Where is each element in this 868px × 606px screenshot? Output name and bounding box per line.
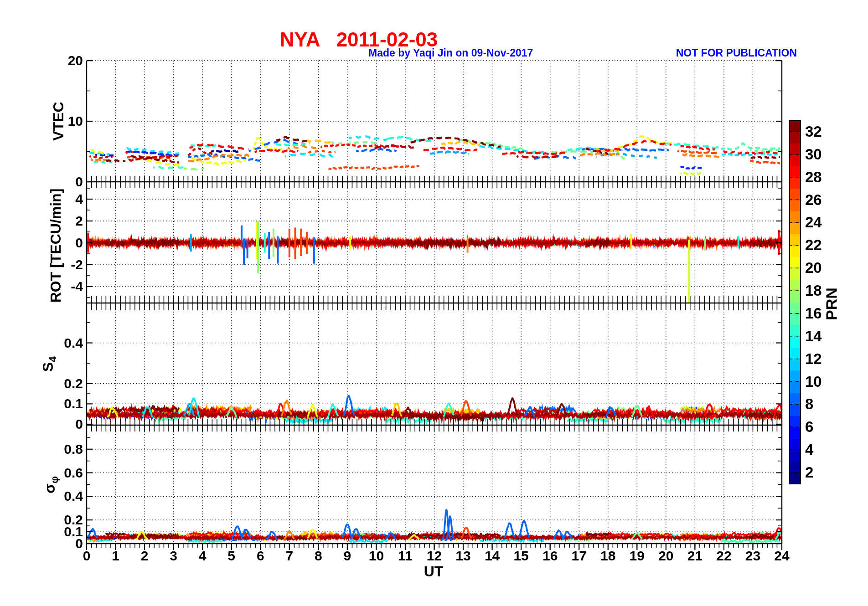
x-tick-label: 10 <box>369 548 384 564</box>
annotation-row: Made by Yaqi Jin on 09-Nov-2017 NOT FOR … <box>368 47 797 59</box>
x-tick-label: 16 <box>542 548 558 564</box>
rot-ytick-label: 0 <box>32 235 83 251</box>
x-tick-label: 12 <box>427 548 442 564</box>
made-by-text: Made by Yaqi Jin on 09-Nov-2017 <box>368 47 533 59</box>
sigma-ytick-label: 0 <box>32 536 83 551</box>
x-tick-label: 24 <box>774 548 789 564</box>
colorbar-tick-label: 8 <box>805 395 813 413</box>
colorbar-tick-label: 12 <box>805 350 822 368</box>
rot-ytick-label: 2 <box>32 213 83 229</box>
colorbar-tick-label: 20 <box>805 259 822 277</box>
s4-ytick-label: 0.1 <box>32 396 83 411</box>
s4-ytick-label: 0.4 <box>32 335 83 351</box>
x-tick-label: 4 <box>199 548 207 564</box>
rot-ytick-label: -4 <box>32 279 83 294</box>
x-tick-label: 11 <box>398 548 413 564</box>
colorbar-tick-label: 28 <box>805 169 822 186</box>
x-tick-label: 0 <box>83 548 91 564</box>
s4-ytick-label: 0.2 <box>32 376 83 391</box>
rot-ytick-label: -2 <box>32 257 83 272</box>
colorbar-tick-label: 2 <box>805 464 813 481</box>
x-tick-label: 19 <box>630 548 645 564</box>
colorbar-label: PRN <box>823 288 841 320</box>
sigma-ytick-label: 0.8 <box>32 442 83 457</box>
sigma-ytick-label: 0.6 <box>32 465 83 481</box>
colorbar-tick-label: 16 <box>805 305 822 322</box>
x-tick-label: 5 <box>227 548 235 564</box>
x-tick-label: 1 <box>112 548 119 564</box>
colorbar-tick-label: 22 <box>805 236 822 254</box>
s4-ytick-label: 0 <box>32 416 83 432</box>
vtec-ytick-label: 20 <box>32 53 83 68</box>
colorbar-tick-label: 14 <box>805 328 822 345</box>
x-tick-label: 17 <box>572 548 587 564</box>
x-tick-label: 6 <box>257 548 264 564</box>
colorbar-tick-label: 10 <box>805 373 822 390</box>
rot-ytick-label: 4 <box>32 191 83 207</box>
x-tick-label: 7 <box>285 548 293 564</box>
vtec-ytick-label: 10 <box>32 113 83 129</box>
plot-canvas <box>0 0 868 606</box>
ylabel-s4: S4 <box>40 356 59 372</box>
x-tick-label: 22 <box>716 548 731 564</box>
not-for-publication-text: NOT FOR PUBLICATION <box>676 47 797 59</box>
colorbar-tick-label: 24 <box>805 214 822 231</box>
sigma-ytick-label: 0.4 <box>32 488 83 504</box>
x-tick-label: 15 <box>513 548 528 564</box>
x-tick-label: 14 <box>485 548 500 564</box>
colorbar-tick-label: 32 <box>805 123 822 140</box>
x-tick-label: 20 <box>658 548 673 564</box>
colorbar-tick-label: 26 <box>805 191 822 209</box>
x-tick-label: 2 <box>141 548 149 564</box>
colorbar-tick-label: 30 <box>805 146 822 163</box>
vtec-ytick-label: 0 <box>32 174 83 190</box>
x-tick-label: 8 <box>315 548 322 564</box>
x-tick-label: 3 <box>170 548 177 564</box>
x-tick-label: 21 <box>687 548 703 564</box>
colorbar-tick-label: 6 <box>805 418 813 436</box>
x-tick-label: 18 <box>600 548 615 564</box>
x-axis-label: UT <box>424 563 444 580</box>
colorbar-tick-label: 4 <box>805 441 813 458</box>
figure: NYA 2011-02-03 Made by Yaqi Jin on 09-No… <box>0 0 868 606</box>
x-tick-label: 13 <box>455 548 470 564</box>
colorbar-tick-label: 18 <box>805 282 822 299</box>
x-tick-label: 9 <box>344 548 351 564</box>
x-tick-label: 23 <box>745 548 760 564</box>
